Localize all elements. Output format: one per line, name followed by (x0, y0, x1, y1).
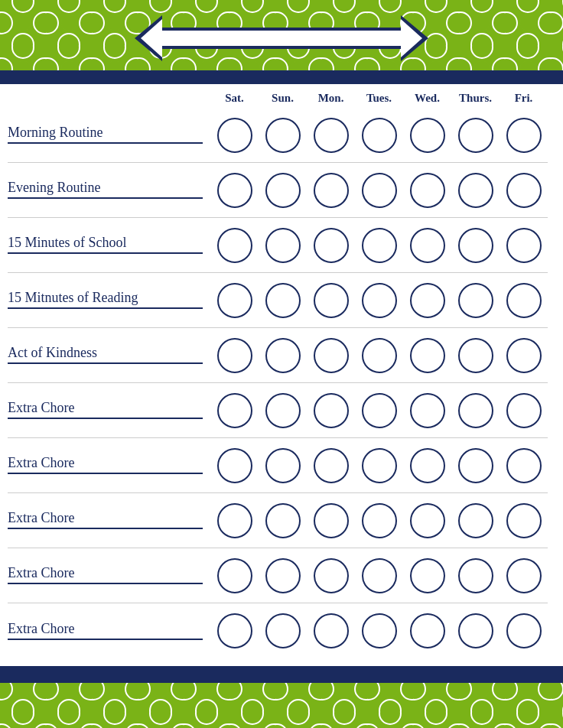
checkbox-circle[interactable] (217, 558, 252, 593)
checkbox-circle[interactable] (458, 338, 493, 373)
days-row: Sat.Sun.Mon.Tues.Wed.Thurs.Fri. (210, 92, 548, 105)
checkbox-circle[interactable] (265, 118, 301, 153)
checkbox-circle[interactable] (506, 228, 542, 263)
checkbox-circle[interactable] (410, 613, 445, 648)
chore-label-text: 15 Minutes of School (8, 235, 203, 254)
checkbox-circle[interactable] (362, 173, 397, 208)
checkbox-circle[interactable] (458, 118, 493, 153)
checkbox-circle[interactable] (265, 283, 301, 318)
navy-stripe-bottom-inner (0, 680, 563, 683)
checkbox-circle[interactable] (265, 393, 301, 428)
checkbox-circle[interactable] (410, 448, 445, 483)
chore-label-text: Act of Kindness (8, 345, 203, 364)
chore-label-text: Extra Chore (8, 621, 203, 640)
chore-circles-0 (210, 118, 548, 153)
checkbox-circle[interactable] (458, 173, 493, 208)
checkbox-circle[interactable] (217, 283, 252, 318)
day-header-6: Fri. (500, 92, 548, 105)
checkbox-circle[interactable] (506, 173, 542, 208)
checkbox-circle[interactable] (314, 393, 349, 428)
chore-label-text: Evening Routine (8, 180, 203, 199)
checkbox-circle[interactable] (362, 118, 397, 153)
checkbox-circle[interactable] (410, 558, 445, 593)
checkbox-circle[interactable] (410, 283, 445, 318)
checkbox-circle[interactable] (314, 118, 349, 153)
checkbox-circle[interactable] (217, 613, 252, 648)
checkbox-circle[interactable] (265, 613, 301, 648)
checkbox-circle[interactable] (314, 283, 349, 318)
checkbox-circle[interactable] (410, 118, 445, 153)
chore-circles-1 (210, 173, 548, 208)
title-banner (159, 28, 404, 49)
checkbox-circle[interactable] (458, 448, 493, 483)
day-header-1: Sun. (259, 92, 307, 105)
checkbox-circle[interactable] (265, 173, 301, 208)
chore-circles-9 (210, 613, 548, 648)
checkbox-circle[interactable] (410, 338, 445, 373)
chore-row: Extra Chore (8, 493, 548, 548)
chore-circles-3 (210, 283, 548, 318)
checkbox-circle[interactable] (217, 118, 252, 153)
checkbox-circle[interactable] (314, 613, 349, 648)
checkbox-circle[interactable] (362, 448, 397, 483)
checkbox-circle[interactable] (458, 283, 493, 318)
checkbox-circle[interactable] (314, 448, 349, 483)
chore-circles-8 (210, 558, 548, 593)
checkbox-circle[interactable] (458, 503, 493, 538)
checkbox-circle[interactable] (314, 558, 349, 593)
header-section (0, 0, 563, 84)
checkbox-circle[interactable] (265, 503, 301, 538)
checkbox-circle[interactable] (314, 173, 349, 208)
checkbox-circle[interactable] (314, 228, 349, 263)
navy-stripe-bottom (0, 666, 563, 680)
checkbox-circle[interactable] (362, 558, 397, 593)
checkbox-circle[interactable] (506, 448, 542, 483)
checkbox-circle[interactable] (506, 558, 542, 593)
chore-circles-4 (210, 338, 548, 373)
chore-label-4: Act of Kindness (8, 345, 210, 366)
checkbox-circle[interactable] (506, 118, 542, 153)
checkbox-circle[interactable] (506, 338, 542, 373)
chore-row: Extra Chore (8, 603, 548, 658)
chore-row: 15 Minutes of School (8, 218, 548, 273)
chore-row: Morning Routine (8, 108, 548, 163)
checkbox-circle[interactable] (362, 393, 397, 428)
checkbox-circle[interactable] (506, 613, 542, 648)
chore-circles-7 (210, 503, 548, 538)
checkbox-circle[interactable] (217, 393, 252, 428)
checkbox-circle[interactable] (265, 558, 301, 593)
checkbox-circle[interactable] (265, 448, 301, 483)
checkbox-circle[interactable] (410, 503, 445, 538)
checkbox-circle[interactable] (458, 613, 493, 648)
checkbox-circle[interactable] (410, 393, 445, 428)
checkbox-circle[interactable] (362, 283, 397, 318)
checkbox-circle[interactable] (265, 228, 301, 263)
checkbox-circle[interactable] (506, 503, 542, 538)
checkbox-circle[interactable] (410, 228, 445, 263)
checkbox-circle[interactable] (362, 503, 397, 538)
checkbox-circle[interactable] (217, 503, 252, 538)
page: Sat.Sun.Mon.Tues.Wed.Thurs.Fri. Morning … (0, 0, 563, 728)
checkbox-circle[interactable] (217, 448, 252, 483)
day-header-0: Sat. (211, 92, 259, 105)
checkbox-circle[interactable] (217, 228, 252, 263)
day-header-3: Tues. (356, 92, 403, 105)
chore-label-text: 15 Mitnutes of Reading (8, 290, 203, 309)
checkbox-circle[interactable] (410, 173, 445, 208)
checkbox-circle[interactable] (362, 613, 397, 648)
checkbox-circle[interactable] (506, 283, 542, 318)
chore-label-9: Extra Chore (8, 621, 210, 642)
checkbox-circle[interactable] (458, 228, 493, 263)
checkbox-circle[interactable] (217, 173, 252, 208)
checkbox-circle[interactable] (458, 558, 493, 593)
checkbox-circle[interactable] (506, 393, 542, 428)
checkbox-circle[interactable] (458, 393, 493, 428)
checkbox-circle[interactable] (362, 338, 397, 373)
checkbox-circle[interactable] (217, 338, 252, 373)
checkbox-circle[interactable] (314, 338, 349, 373)
checkbox-circle[interactable] (265, 338, 301, 373)
checkbox-circle[interactable] (314, 503, 349, 538)
checkbox-circle[interactable] (362, 228, 397, 263)
chore-row: Extra Chore (8, 548, 548, 603)
chore-circles-6 (210, 448, 548, 483)
